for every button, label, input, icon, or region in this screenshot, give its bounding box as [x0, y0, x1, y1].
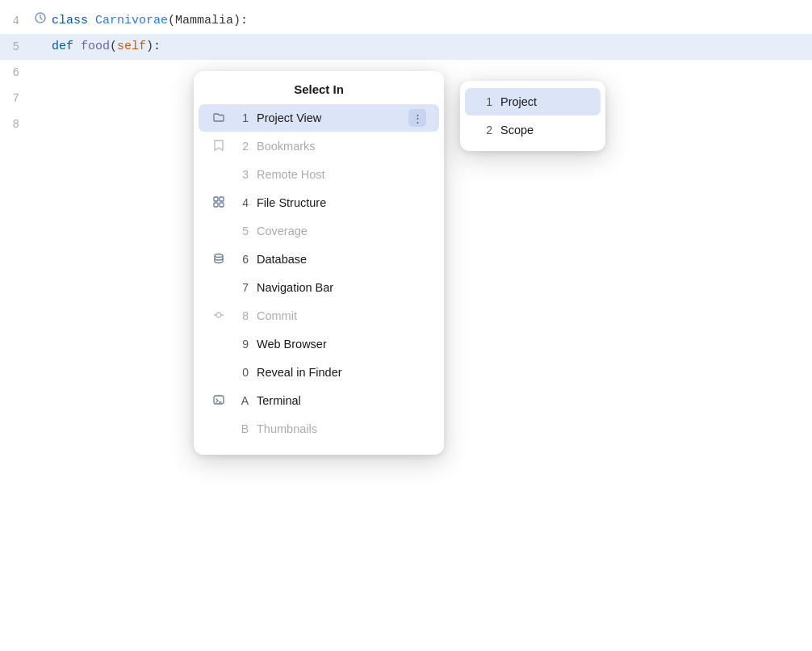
submenu-num-2: 2: [478, 124, 492, 136]
item-number-5: 5: [232, 225, 249, 237]
item-number-A: A: [232, 394, 249, 407]
item-label-database: Database: [257, 253, 426, 266]
menu-item-database[interactable]: 6 Database: [199, 246, 439, 273]
svg-point-6: [216, 313, 221, 317]
line-number-4: 4: [0, 12, 32, 30]
item-number-2: 2: [232, 140, 249, 153]
line-number-5: 5: [0, 38, 32, 56]
svg-point-5: [215, 254, 223, 257]
menu-item-terminal[interactable]: A Terminal: [199, 387, 439, 414]
menu-item-reveal-in-finder[interactable]: 0 Reveal in Finder: [199, 359, 439, 386]
folder-icon: [210, 111, 228, 126]
svg-rect-9: [214, 396, 224, 404]
structure-icon: [210, 195, 228, 211]
menu-item-web-browser[interactable]: 9 Web Browser: [199, 330, 439, 358]
line-number-8: 8: [0, 116, 32, 133]
item-label-bookmarks: Bookmarks: [257, 140, 426, 153]
popup-container: Select In 1 Project View ⋮ 2 Bookmarks: [194, 71, 444, 455]
item-number-9: 9: [232, 338, 249, 351]
item-number-6: 6: [232, 253, 249, 266]
item-label-navigation-bar: Navigation Bar: [257, 281, 426, 294]
submenu-item-project[interactable]: 1 Project: [465, 88, 601, 116]
database-icon: [210, 252, 228, 267]
item-label-terminal: Terminal: [257, 394, 426, 407]
item-number-1: 1: [232, 111, 249, 124]
code-line-5: 5 def food(self):: [0, 34, 812, 60]
item-label-thumbnails: Thumbnails: [257, 422, 426, 435]
menu-item-commit[interactable]: 8 Commit: [199, 302, 439, 330]
menu-item-thumbnails[interactable]: B Thumbnails: [199, 415, 439, 443]
more-button-project-view[interactable]: ⋮: [408, 109, 426, 127]
item-number-3: 3: [232, 168, 249, 181]
line-4-content: class Carnivorae(Mammalia):: [52, 11, 248, 31]
svg-rect-4: [220, 203, 224, 207]
menu-item-project-view[interactable]: 1 Project View ⋮: [199, 104, 439, 132]
popup-title: Select In: [194, 82, 444, 96]
commit-icon: [210, 309, 228, 324]
item-number-4: 4: [232, 196, 249, 209]
submenu-label-project: Project: [500, 95, 537, 108]
navigate-icon: [32, 11, 48, 30]
menu-item-navigation-bar[interactable]: 7 Navigation Bar: [199, 274, 439, 301]
submenu-num-1: 1: [478, 95, 492, 108]
terminal-icon: [210, 393, 228, 409]
item-label-reveal-in-finder: Reveal in Finder: [257, 366, 426, 379]
submenu-popup: 1 Project 2 Scope: [460, 81, 605, 151]
line-number-7: 7: [0, 90, 32, 107]
line-5-content: def food(self):: [52, 37, 161, 57]
svg-rect-1: [214, 197, 218, 201]
item-label-coverage: Coverage: [257, 225, 426, 237]
item-label-commit: Commit: [257, 309, 426, 322]
item-label-file-structure: File Structure: [257, 196, 426, 209]
menu-item-file-structure[interactable]: 4 File Structure: [199, 189, 439, 216]
menu-item-bookmarks[interactable]: 2 Bookmarks: [199, 132, 439, 160]
select-in-popup: Select In 1 Project View ⋮ 2 Bookmarks: [194, 71, 444, 455]
line-number-6: 6: [0, 64, 32, 82]
menu-item-remote-host[interactable]: 3 Remote Host: [199, 161, 439, 188]
bookmark-icon: [210, 139, 228, 154]
submenu-item-scope[interactable]: 2 Scope: [465, 116, 601, 144]
item-number-B: B: [232, 422, 249, 435]
submenu-label-scope: Scope: [500, 124, 534, 136]
item-number-7: 7: [232, 281, 249, 294]
menu-item-coverage[interactable]: 5 Coverage: [199, 217, 439, 245]
item-label-remote-host: Remote Host: [257, 168, 426, 181]
item-number-0: 0: [232, 366, 249, 379]
code-line-4: 4 class Carnivorae(Mammalia):: [0, 8, 812, 34]
svg-rect-2: [220, 197, 224, 201]
item-number-8: 8: [232, 309, 249, 322]
item-label-project-view: Project View: [257, 111, 408, 124]
item-label-web-browser: Web Browser: [257, 338, 426, 351]
svg-rect-3: [214, 203, 218, 207]
